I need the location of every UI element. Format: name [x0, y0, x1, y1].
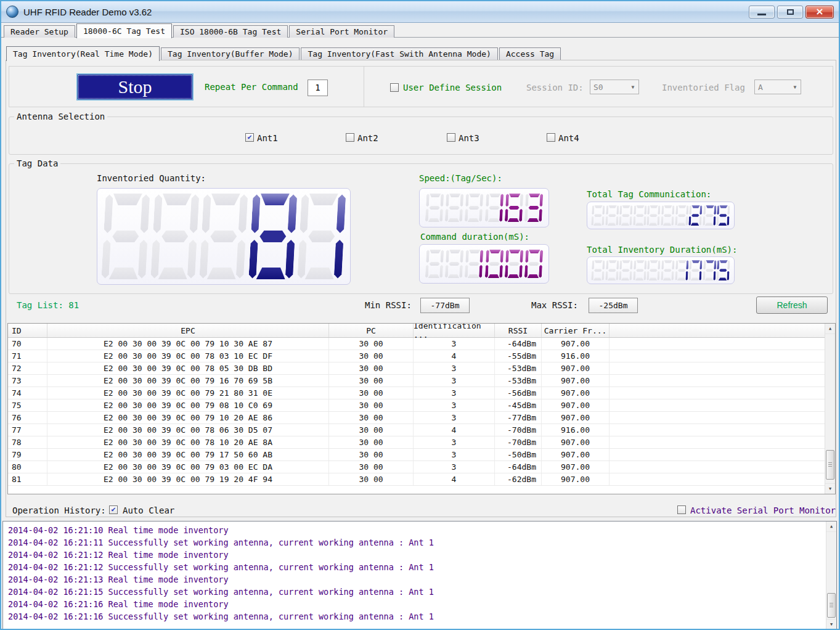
lcd-digit — [703, 260, 716, 280]
scroll-down-icon[interactable]: ▼ — [826, 619, 836, 629]
inventoried-flag-select[interactable]: A ▼ — [754, 80, 801, 94]
table-cell: 73 — [8, 375, 47, 387]
table-row[interactable]: 72E2 00 30 00 39 0C 00 78 05 30 DB BD30 … — [8, 362, 825, 375]
subtab-access-tag[interactable]: Access Tag — [499, 47, 561, 60]
antenna-checkbox-ant4[interactable]: Ant4 — [547, 133, 579, 143]
tab-serial-port-monitor[interactable]: Serial Port Monitor — [289, 25, 394, 38]
table-row[interactable]: 71E2 00 30 00 39 0C 00 78 03 10 EC DF30 … — [8, 350, 825, 362]
table-cell-filler — [610, 387, 825, 399]
table-row[interactable]: 74E2 00 30 00 39 0C 00 79 21 80 31 0E30 … — [8, 387, 825, 399]
table-cell: 3 — [414, 399, 495, 411]
table-row[interactable]: 79E2 00 30 00 39 0C 00 79 17 50 60 AB30 … — [8, 449, 825, 461]
session-id-select[interactable]: S0 ▼ — [590, 80, 639, 94]
max-rssi-label: Max RSSI: — [531, 300, 578, 310]
table-cell: 916.00 — [542, 424, 610, 436]
ant1-checkbox[interactable]: ✔ — [245, 133, 254, 142]
antenna-label: Ant4 — [558, 133, 579, 143]
table-row[interactable]: 81E2 00 30 00 39 0C 00 79 19 20 4F 9430 … — [8, 473, 825, 486]
antenna-checkbox-ant2[interactable]: Ant2 — [346, 133, 378, 143]
column-header-epc[interactable]: EPC — [47, 324, 329, 337]
repeat-per-command-label: Repeat Per Command — [205, 82, 298, 92]
table-cell: 907.00 — [542, 461, 610, 473]
column-header-carrier-fr[interactable]: Carrier Fr... — [542, 324, 610, 337]
table-cell: 81 — [8, 473, 47, 485]
user-define-session-checkbox[interactable] — [390, 83, 399, 92]
lcd-digit — [619, 260, 632, 280]
subtab-tag-inventory-real-time-mode[interactable]: Tag Inventory(Real Time Mode) — [6, 46, 160, 61]
table-cell: -64dBm — [495, 338, 542, 350]
subtab-tag-inventory-fast-swith-antenna-mode[interactable]: Tag Inventory(Fast Swith Antenna Mode) — [301, 47, 497, 60]
table-row[interactable]: 80E2 00 30 00 39 0C 00 79 03 00 EC DA30 … — [8, 461, 825, 473]
total-inventory-duration-label: Total Inventory Duration(mS): — [587, 245, 737, 255]
ant2-checkbox[interactable] — [346, 133, 354, 142]
lcd-digit — [661, 260, 674, 280]
subtab-tag-inventory-buffer-mode[interactable]: Tag Inventory(Buffer Mode) — [161, 47, 300, 60]
antenna-selection-group: Antenna Selection ✔Ant1Ant2Ant3Ant4 — [9, 117, 833, 155]
table-cell-filler — [610, 436, 825, 448]
table-cell: -64dBm — [495, 461, 542, 473]
lcd-digit — [101, 194, 150, 279]
table-cell: -70dBm — [495, 436, 542, 448]
antenna-checkbox-ant3[interactable]: Ant3 — [447, 133, 479, 143]
lcd-digit — [633, 205, 646, 226]
chevron-down-icon: ▼ — [627, 84, 638, 90]
table-cell: 30 00 — [329, 424, 414, 436]
lcd-digit — [504, 250, 523, 278]
table-cell: 30 00 — [329, 375, 414, 387]
lcd-digit — [675, 205, 688, 226]
tab-reader-setup[interactable]: Reader Setup — [4, 25, 75, 38]
scrollbar-grip-icon — [828, 462, 832, 467]
scrollbar-grip-icon — [830, 603, 833, 608]
table-cell-filler — [610, 473, 825, 485]
min-rssi-value: -77dBm — [420, 298, 470, 313]
repeat-per-command-input[interactable]: 1 — [308, 80, 328, 96]
scroll-up-icon[interactable]: ▲ — [826, 522, 836, 532]
table-cell: 70 — [8, 338, 47, 350]
table-row[interactable]: 78E2 00 30 00 39 0C 00 78 10 20 AE 8A30 … — [8, 436, 825, 449]
antenna-checkbox-ant1[interactable]: ✔Ant1 — [245, 133, 278, 143]
table-row[interactable]: 70E2 00 30 00 39 0C 00 79 10 30 AE 8730 … — [8, 338, 825, 350]
close-button[interactable]: × — [805, 6, 834, 18]
inventoried-quantity-label: Inventoried Quantity: — [97, 173, 206, 183]
tab-18000-6c-tag-test[interactable]: 18000-6C Tag Test — [76, 23, 172, 38]
column-header-identification[interactable]: Identification ... — [414, 324, 495, 337]
table-scrollbar[interactable]: ▲ ▼ — [825, 324, 835, 494]
table-row[interactable]: 76E2 00 30 00 39 0C 00 79 10 20 AE 8630 … — [8, 412, 825, 424]
table-cell: E2 00 30 00 39 0C 00 79 16 70 69 5B — [47, 375, 329, 387]
lcd-digit — [647, 205, 661, 226]
column-header-pc[interactable]: PC — [329, 324, 414, 337]
table-cell: 3 — [414, 461, 495, 473]
scroll-down-icon[interactable]: ▼ — [825, 483, 835, 494]
ant3-checkbox[interactable] — [447, 133, 455, 142]
minimize-button[interactable] — [749, 6, 775, 18]
table-cell: 77 — [8, 424, 47, 436]
inventoried-quantity-display — [97, 188, 351, 285]
table-scrollbar-thumb[interactable] — [826, 450, 834, 480]
table-cell: 30 00 — [329, 350, 414, 362]
scroll-up-icon[interactable]: ▲ — [825, 324, 835, 334]
window-body: Reader Setup18000-6C Tag TestISO 18000-6… — [1, 23, 839, 629]
activate-serial-port-monitor-checkbox[interactable] — [677, 505, 686, 514]
ant4-checkbox[interactable] — [547, 133, 555, 142]
maximize-button[interactable] — [777, 6, 803, 18]
stop-button[interactable]: Stop — [76, 73, 194, 100]
table-cell: 72 — [8, 362, 47, 374]
column-header-id[interactable]: ID — [8, 324, 47, 337]
refresh-button[interactable]: Refresh — [756, 297, 828, 314]
column-header-rssi[interactable]: RSSI — [495, 324, 542, 337]
column-header-filler — [610, 324, 825, 337]
tab-iso-18000-6b-tag-test[interactable]: ISO 18000-6B Tag Test — [173, 25, 288, 38]
log-scrollbar-thumb[interactable] — [827, 593, 836, 618]
auto-clear-checkbox[interactable]: ✔ — [109, 505, 118, 514]
log-line: 2014-04-02 16:21:15 Successfully set wor… — [8, 586, 823, 598]
table-row[interactable]: 73E2 00 30 00 39 0C 00 79 16 70 69 5B30 … — [8, 375, 825, 387]
log-line: 2014-04-02 16:21:16 Real time mode inven… — [8, 598, 823, 610]
table-row[interactable]: 77E2 00 30 00 39 0C 00 78 06 30 D5 0730 … — [8, 424, 825, 436]
table-cell: 4 — [414, 350, 495, 362]
table-cell: 30 00 — [329, 387, 414, 399]
table-cell-filler — [610, 375, 825, 387]
table-row[interactable]: 75E2 00 30 00 39 0C 00 79 08 10 C0 6930 … — [8, 399, 825, 412]
log-scrollbar[interactable]: ▲ ▼ — [826, 522, 836, 629]
table-cell: E2 00 30 00 39 0C 00 78 05 30 DB BD — [47, 362, 329, 374]
window-title: UHF RFID Reader Demo v3.62 — [23, 7, 152, 17]
